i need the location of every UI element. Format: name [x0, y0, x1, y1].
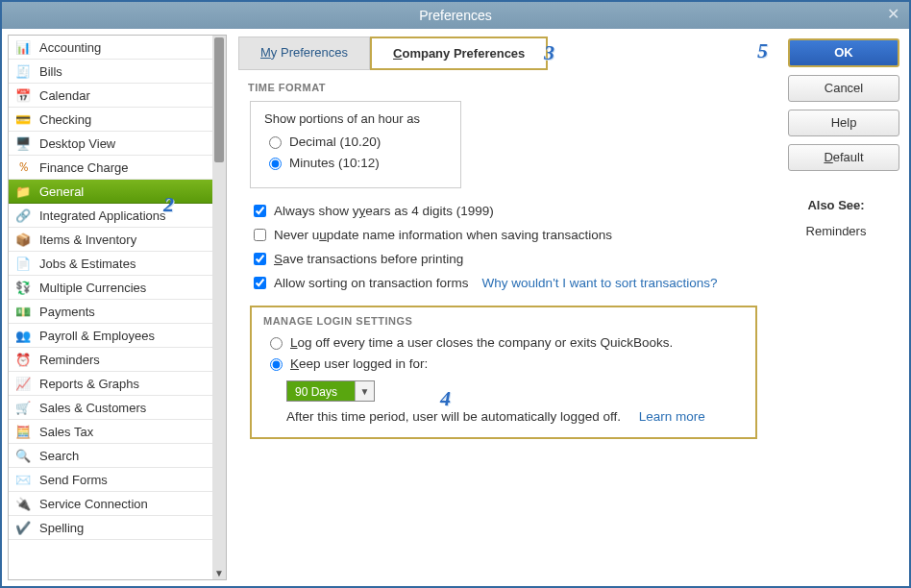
- sidebar: 📊Accounting🧾Bills📅Calendar💳Checking🖥️Des…: [9, 36, 212, 579]
- sidebar-item-label: Bills: [39, 64, 62, 79]
- sidebar-item-checking[interactable]: 💳Checking: [9, 108, 212, 132]
- sidebar-item-desktop-view[interactable]: 🖥️Desktop View: [9, 132, 212, 156]
- sidebar-item-label: Service Connection: [39, 497, 148, 511]
- sidebar-icon: 💳: [14, 110, 32, 128]
- sidebar-icon: 📅: [14, 86, 32, 104]
- sidebar-item-label: Payroll & Employees: [39, 329, 155, 343]
- check-always-show-years[interactable]: Always show yyears as 4 digits (1999): [250, 202, 757, 220]
- check-save-before-print[interactable]: Save transactions before printing: [250, 250, 757, 268]
- sidebar-item-multiple-currencies[interactable]: 💱Multiple Currencies: [9, 276, 212, 300]
- sidebar-item-service-connection[interactable]: 🔌Service Connection: [9, 492, 212, 516]
- sidebar-item-label: Search: [39, 449, 79, 463]
- help-button[interactable]: Help: [788, 110, 899, 136]
- sidebar-item-items-inventory[interactable]: 📦Items & Inventory: [9, 228, 212, 252]
- tabs: My Preferences Company Preferences: [238, 37, 761, 70]
- sidebar-icon: 🛒: [14, 399, 32, 416]
- sidebar-icon: 📊: [14, 38, 32, 56]
- sidebar-item-jobs-estimates[interactable]: 📄Jobs & Estimates: [9, 252, 212, 276]
- sidebar-icon: ✔️: [14, 519, 32, 536]
- link-learn-more[interactable]: Learn more: [639, 409, 705, 424]
- cancel-button[interactable]: Cancel: [788, 75, 899, 102]
- sidebar-item-label: Items & Inventory: [39, 233, 136, 247]
- preferences-panel: TIME FORMAT Show portions of an hour as …: [238, 70, 761, 439]
- chevron-down-icon[interactable]: ▼: [355, 381, 374, 401]
- tab-my-preferences[interactable]: My Preferences: [238, 37, 370, 70]
- sidebar-icon: 🖥️: [14, 135, 32, 152]
- sidebar-item-sales-tax[interactable]: 🧮Sales Tax: [9, 420, 212, 444]
- sidebar-item-label: Checking: [39, 112, 91, 127]
- also-see: Also See: Reminders: [773, 198, 899, 238]
- sidebar-item-payments[interactable]: 💵Payments: [9, 300, 212, 324]
- sidebar-item-label: General: [39, 184, 84, 199]
- sidebar-item-search[interactable]: 🔍Search: [9, 444, 212, 468]
- scrollbar-thumb[interactable]: [214, 37, 224, 162]
- default-button[interactable]: Default: [788, 144, 899, 171]
- sidebar-icon: 🔌: [14, 495, 32, 512]
- sidebar-icon: ✉️: [14, 471, 32, 488]
- sidebar-icon: 📄: [14, 255, 32, 272]
- sidebar-icon: 🧮: [14, 423, 32, 440]
- title-bar: Preferences ✕: [2, 2, 909, 29]
- scrollbar[interactable]: ▼: [212, 36, 226, 579]
- sidebar-item-reports-graphs[interactable]: 📈Reports & Graphs: [9, 372, 212, 396]
- sidebar-item-bills[interactable]: 🧾Bills: [9, 60, 212, 84]
- sidebar-item-label: Calendar: [39, 88, 90, 103]
- sidebar-container: 📊Accounting🧾Bills📅Calendar💳Checking🖥️Des…: [8, 35, 227, 580]
- close-icon[interactable]: ✕: [884, 6, 901, 23]
- sidebar-icon: 📈: [14, 375, 32, 392]
- tab-company-preferences[interactable]: Company Preferences: [370, 37, 548, 70]
- main-panel: My Preferences Company Preferences TIME …: [227, 35, 773, 580]
- link-why-sort[interactable]: Why wouldn't I want to sort transactions…: [482, 276, 718, 290]
- window-title: Preferences: [419, 8, 491, 23]
- sidebar-icon: 👥: [14, 327, 32, 344]
- login-settings-group: MANAGE LOGIN SETTINGS Log off every time…: [250, 306, 757, 439]
- sidebar-icon: 🔗: [14, 207, 32, 224]
- dropdown-value: 90 Days: [287, 381, 355, 401]
- sidebar-item-label: Multiple Currencies: [39, 281, 146, 295]
- sidebar-item-label: Sales & Customers: [39, 401, 146, 415]
- ok-button[interactable]: OK: [788, 38, 899, 67]
- right-panel: OK Cancel Help Default Also See: Reminde…: [773, 35, 903, 580]
- sidebar-item-payroll-employees[interactable]: 👥Payroll & Employees: [9, 324, 212, 348]
- sidebar-icon: 📦: [14, 231, 32, 248]
- login-settings-title: MANAGE LOGIN SETTINGS: [263, 315, 742, 327]
- time-format-group: TIME FORMAT Show portions of an hour as …: [250, 82, 757, 188]
- time-format-prompt: Show portions of an hour as: [264, 111, 447, 126]
- dropdown-login-duration[interactable]: 90 Days ▼: [286, 380, 375, 402]
- sidebar-item-spelling[interactable]: ✔️Spelling: [9, 516, 212, 540]
- sidebar-item-accounting[interactable]: 📊Accounting: [9, 36, 212, 60]
- sidebar-item-reminders[interactable]: ⏰Reminders: [9, 348, 212, 372]
- sidebar-item-label: Integrated Applications: [39, 208, 166, 223]
- sidebar-item-label: Finance Charge: [39, 160, 129, 175]
- sidebar-item-label: Payments: [39, 305, 95, 319]
- check-allow-sorting[interactable]: Allow sorting on transaction forms Why w…: [250, 274, 757, 292]
- sidebar-item-integrated-applications[interactable]: 🔗Integrated Applications: [9, 204, 212, 228]
- sidebar-item-label: Send Forms: [39, 473, 108, 487]
- check-never-update-name[interactable]: Never uupdate name information when savi…: [250, 226, 757, 244]
- also-see-title: Also See:: [773, 198, 899, 212]
- sidebar-item-label: Accounting: [39, 40, 101, 55]
- sidebar-item-label: Reports & Graphs: [39, 377, 139, 391]
- sidebar-item-calendar[interactable]: 📅Calendar: [9, 84, 212, 108]
- scroll-down-icon[interactable]: ▼: [212, 566, 226, 579]
- sidebar-icon: ％: [14, 159, 32, 176]
- sidebar-icon: 📁: [14, 183, 32, 200]
- radio-decimal[interactable]: Decimal (10.20): [264, 134, 447, 149]
- sidebar-icon: 💱: [14, 279, 32, 296]
- sidebar-item-general[interactable]: 📁General: [9, 180, 212, 204]
- sidebar-item-label: Desktop View: [39, 136, 115, 151]
- radio-minutes[interactable]: Minutes (10:12): [264, 155, 447, 170]
- sidebar-item-finance-charge[interactable]: ％Finance Charge: [9, 156, 212, 180]
- login-after-text: After this time period, user will be aut…: [286, 409, 742, 424]
- radio-log-off[interactable]: Log off every time a user closes the com…: [265, 334, 742, 350]
- sidebar-item-sales-customers[interactable]: 🛒Sales & Customers: [9, 396, 212, 420]
- sidebar-item-send-forms[interactable]: ✉️Send Forms: [9, 468, 212, 492]
- radio-keep-logged-in[interactable]: Keep user logged in for:: [265, 355, 742, 371]
- sidebar-item-label: Reminders: [39, 353, 100, 367]
- sidebar-icon: 💵: [14, 303, 32, 320]
- sidebar-icon: ⏰: [14, 351, 32, 368]
- content-area: 📊Accounting🧾Bills📅Calendar💳Checking🖥️Des…: [2, 29, 909, 586]
- also-see-item[interactable]: Reminders: [773, 224, 899, 238]
- sidebar-icon: 🔍: [14, 447, 32, 464]
- sidebar-icon: 🧾: [14, 62, 32, 80]
